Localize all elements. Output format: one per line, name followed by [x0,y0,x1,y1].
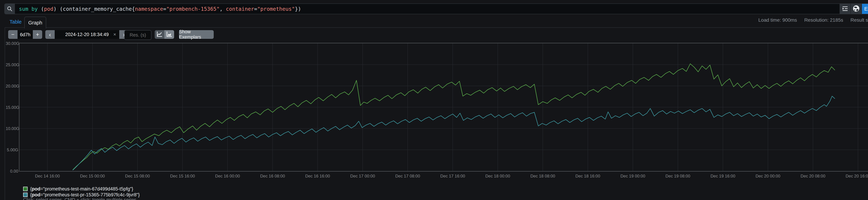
x-tick-label: Dec 19 16:00 [709,174,737,178]
query-stats: Load time: 900ms Resolution: 2185s Resul… [758,17,868,23]
range-input[interactable] [18,30,33,39]
tab-graph[interactable]: Graph [24,16,46,29]
load-time: Load time: 900ms [758,17,797,23]
x-tick-label: Dec 17 16:00 [439,174,467,178]
x-tick-label: Dec 15 08:00 [124,174,151,178]
time-input[interactable]: 2024-12-20 18:34:49 × [55,30,119,39]
prometheus-expression-browser: sum by (pod) (container_memory_cache{nam… [0,0,868,200]
resolution-input[interactable] [124,30,151,40]
globe-icon [852,5,860,13]
x-tick-label: Dec 20 08:00 [799,174,827,178]
range-control-group: − + [8,30,42,39]
y-tick-label: 30.00G [6,41,18,46]
metrics-explorer-button[interactable] [850,4,862,14]
x-tick-label: Dec 20 16:00 [844,174,868,178]
x-tick-label: Dec 14 16:00 [33,174,61,178]
resolution-stat: Resolution: 2185s [804,17,843,23]
legend-item[interactable]: {pod="prometheus-test-pr-15365-775b97fc4… [23,192,140,197]
x-tick-label: Dec 18 16:00 [574,174,602,178]
chart-type-toggle [155,30,174,39]
x-tick-label: Dec 16 08:00 [259,174,286,178]
time-value: 2024-12-20 18:34:49 [65,32,109,37]
x-tick-label: Dec 16 16:00 [304,174,332,178]
legend-item[interactable]: {pod="prometheus-test-main-67d499d485-t5… [23,186,133,192]
y-tick-label: 0.00 [6,169,18,174]
result-series-stat: Result series: 2 [850,17,868,23]
x-tick-label: Dec 18 00:00 [484,174,512,178]
x-tick-label: Dec 18 08:00 [529,174,557,178]
tab-table[interactable]: Table [9,19,22,25]
x-tick-label: Dec 15 00:00 [79,174,106,178]
y-tick-label: 25.00G [6,63,18,67]
format-expression-icon [842,5,848,13]
range-decrease-button[interactable]: − [8,30,18,39]
promql-expression-input[interactable]: sum by (pod) (container_memory_cache{nam… [15,4,839,14]
format-expression-button[interactable] [839,4,850,14]
stacked-chart-toggle-button[interactable] [164,30,174,39]
y-tick-label: 10.00G [6,126,18,131]
x-tick-label: Dec 17 08:00 [394,174,422,178]
x-tick-label: Dec 16 00:00 [214,174,242,178]
show-exemplars-button[interactable]: Show Exemplars [179,30,214,39]
query-bar: sum by (pod) (container_memory_cache{nam… [4,3,868,14]
series-line [73,64,835,170]
clear-time-icon[interactable]: × [113,32,116,37]
search-icon [5,4,15,14]
x-tick-label: Dec 19 08:00 [664,174,692,178]
legend-label-name: pod [32,186,40,192]
y-tick-label: 5.00G [6,148,18,152]
legend-hint-text: Click: select series, CMD + click: toggl… [23,197,136,200]
x-tick-label: Dec 15 16:00 [168,174,196,178]
y-tick-label: 20.00G [6,84,18,88]
range-increase-button[interactable]: + [33,30,42,39]
stacked-chart-icon [166,31,173,38]
series-color-swatch[interactable] [23,187,28,191]
x-tick-label: Dec 19 00:00 [619,174,647,178]
execute-button[interactable]: Execute [862,4,868,14]
series-color-swatch[interactable] [23,193,28,197]
line-chart-toggle-button[interactable] [155,30,164,39]
x-tick-label: Dec 17 00:00 [349,174,376,178]
x-tick-label: Dec 20 00:00 [754,174,782,178]
y-tick-label: 15.00G [6,105,18,110]
chart-canvas[interactable] [20,43,868,171]
legend-label-name: pod [32,192,40,197]
time-control-group: ‹ 2024-12-20 18:34:49 × › [45,30,129,39]
line-chart-icon [156,31,163,38]
time-prev-button[interactable]: ‹ [45,30,55,39]
graph-panel: − + ‹ 2024-12-20 18:34:49 × › [5,27,868,200]
